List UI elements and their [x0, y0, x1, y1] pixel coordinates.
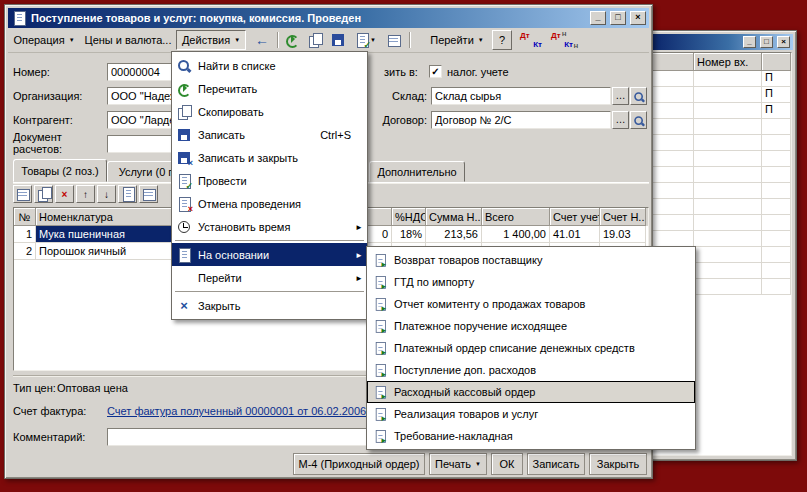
- bg-row[interactable]: [652, 119, 791, 135]
- close-window-button[interactable]: Закрыть: [589, 453, 647, 475]
- bg-row[interactable]: [652, 199, 791, 215]
- organization-label: Организация:: [13, 90, 82, 102]
- col-total[interactable]: Всего: [482, 208, 550, 226]
- menu-item-write-and-close[interactable]: × Записать и закрыть: [172, 146, 367, 169]
- close-label: Закрыть: [597, 458, 639, 470]
- magnifier-icon: [633, 115, 646, 128]
- titlebar[interactable]: Поступление товаров и услуг: покупка, ко…: [8, 8, 649, 28]
- refresh-icon: [176, 81, 192, 97]
- add-row-button[interactable]: [13, 185, 32, 203]
- close-button[interactable]: ×: [630, 11, 646, 25]
- menu-go[interactable]: Перейти ▼: [426, 30, 488, 50]
- dtkt-button[interactable]: Дт Кт: [518, 30, 544, 50]
- col-account[interactable]: Счет учет...: [550, 208, 600, 226]
- menu-item-write[interactable]: Записать Ctrl+S: [172, 123, 367, 146]
- bg-row[interactable]: П: [652, 71, 791, 87]
- delete-row-button[interactable]: ×: [55, 185, 74, 203]
- help-button[interactable]: ?: [492, 30, 512, 50]
- bg-row[interactable]: [652, 183, 791, 199]
- document-icon: [11, 10, 27, 26]
- bg-close-button[interactable]: ×: [777, 36, 790, 48]
- bg-row[interactable]: [652, 151, 791, 167]
- back-button[interactable]: ←: [250, 30, 274, 50]
- col-vat-rate[interactable]: %НДС: [392, 208, 426, 226]
- menu-operation[interactable]: Операция ▼: [10, 30, 78, 50]
- up-arrow-icon: ↑: [83, 189, 88, 200]
- submenu-item-requirement-invoice[interactable]: ► Требование-накладная: [367, 425, 695, 447]
- bg-row[interactable]: [652, 135, 791, 151]
- menu-actions[interactable]: Действия ▼: [176, 30, 246, 50]
- contract-input[interactable]: [431, 111, 611, 129]
- col-vat-account[interactable]: Счет Н...: [600, 208, 646, 226]
- tax-accounting-checkbox[interactable]: ✓: [429, 65, 442, 78]
- tab-additional[interactable]: Дополнительно: [369, 161, 465, 182]
- fill-button[interactable]: [139, 185, 158, 203]
- reread-button[interactable]: [281, 30, 303, 50]
- submenu-arrow-icon: ►: [355, 250, 363, 259]
- bg-row[interactable]: [652, 167, 791, 183]
- save-button[interactable]: [327, 30, 349, 50]
- col-nomenclature[interactable]: Номенклатура: [36, 208, 184, 226]
- submenu-item-outgoing-payment-order[interactable]: ► Платежное поручение исходящее: [367, 315, 695, 337]
- list-button[interactable]: [383, 30, 405, 50]
- save-icon: [176, 127, 192, 143]
- document-icon: ►: [373, 319, 387, 333]
- bg-row[interactable]: [652, 231, 791, 247]
- background-window-titlebar[interactable]: _ □ ×: [650, 34, 793, 50]
- bg-row[interactable]: [652, 215, 791, 231]
- bg-col-cut: [762, 53, 791, 70]
- m4-order-button[interactable]: М-4 (Приходный ордер): [293, 453, 425, 475]
- menu-item-unpost[interactable]: × Отмена проведения: [172, 192, 367, 215]
- tab-goods[interactable]: Товары (2 поз.): [13, 159, 107, 182]
- submenu-item-additional-expenses[interactable]: ► Поступление доп. расходов: [367, 359, 695, 381]
- submenu-item-return-to-supplier[interactable]: ► Возврат товаров поставщику: [367, 249, 695, 271]
- bg-maximize-button[interactable]: □: [760, 36, 773, 48]
- print-button[interactable]: Печать ▼: [429, 453, 487, 475]
- toolbar-separator: [277, 32, 278, 48]
- menu-item-close[interactable]: × Закрыть: [172, 294, 367, 317]
- submenu-item-sales-of-goods[interactable]: ► Реализация товаров и услуг: [367, 403, 695, 425]
- maximize-button[interactable]: □: [610, 11, 626, 25]
- invoice-link[interactable]: Счет фактура полученный 00000001 от 06.0…: [107, 405, 366, 417]
- copy-button[interactable]: [304, 30, 326, 50]
- warehouse-ellipsis-button[interactable]: …: [612, 87, 629, 105]
- submenu-item-consignment-report[interactable]: ► Отчет комитенту о продажах товаров: [367, 293, 695, 315]
- copy-icon: [36, 186, 52, 202]
- menu-item-based-on[interactable]: На основании ►: [172, 243, 367, 266]
- dtkt-n-button[interactable]: ДтН КтН: [548, 30, 576, 50]
- menu-item-copy[interactable]: Скопировать: [172, 100, 367, 123]
- menu-item-post[interactable]: ✓ Провести: [172, 169, 367, 192]
- move-up-button[interactable]: ↑: [76, 185, 95, 203]
- menu-prices[interactable]: Цены и валюта...: [80, 30, 176, 50]
- col-number[interactable]: №: [14, 208, 36, 226]
- warehouse-input[interactable]: [431, 87, 611, 105]
- tax-accounting-label: налог. учете: [447, 66, 509, 78]
- menu-item-find-in-list[interactable]: Найти в списке: [172, 54, 367, 77]
- menu-item-set-time[interactable]: Установить время ►: [172, 215, 367, 238]
- down-arrow-icon: ↓: [104, 189, 109, 200]
- post-split-button[interactable]: ✓ ▼: [350, 30, 380, 50]
- submenu-item-payment-writeoff[interactable]: ► Платежный ордер списание денежных сред…: [367, 337, 695, 359]
- menu-item-reread[interactable]: Перечитать: [172, 77, 367, 100]
- bg-row[interactable]: П: [652, 103, 791, 119]
- write-button[interactable]: Записать: [527, 453, 585, 475]
- ok-button[interactable]: ОК: [491, 453, 523, 475]
- bg-col-empty: [652, 53, 694, 70]
- minimize-button[interactable]: _: [590, 11, 606, 25]
- contract-open-button[interactable]: [630, 111, 647, 129]
- submenu-item-cash-expense-order[interactable]: ► Расходный кассовый ордер: [367, 381, 695, 403]
- bg-row[interactable]: П: [652, 87, 791, 103]
- warehouse-label: Склад:: [381, 90, 427, 102]
- submenu-item-customs-declaration[interactable]: ► ГТД по импорту: [367, 271, 695, 293]
- move-down-button[interactable]: ↓: [97, 185, 116, 203]
- post-icon: ✓: [176, 173, 192, 189]
- save-close-icon: ×: [176, 150, 192, 166]
- copy-row-button[interactable]: [34, 185, 53, 203]
- warehouse-open-button[interactable]: [630, 87, 647, 105]
- dt-kt-icon: Дт Кт: [519, 31, 543, 49]
- col-vat-sum[interactable]: Сумма Н...: [426, 208, 482, 226]
- menu-item-go[interactable]: Перейти ►: [172, 266, 367, 289]
- contract-ellipsis-button[interactable]: …: [612, 111, 629, 129]
- order-button[interactable]: [118, 185, 137, 203]
- bg-minimize-button[interactable]: _: [743, 36, 756, 48]
